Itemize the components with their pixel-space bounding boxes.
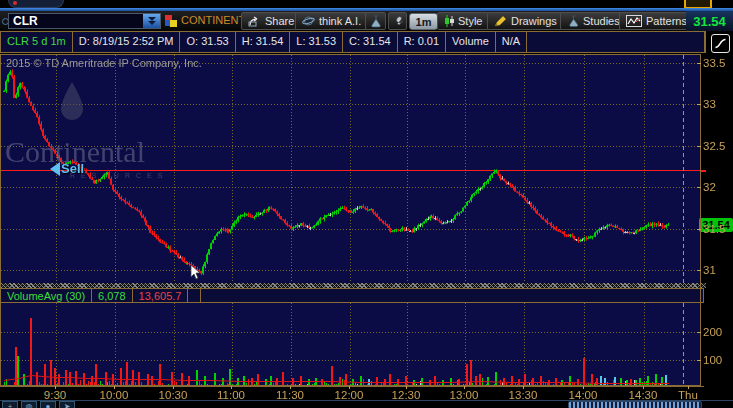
axis-tick: [697, 229, 701, 230]
share-button[interactable]: Share: [241, 12, 301, 30]
volume-canvas[interactable]: [1, 303, 701, 386]
time-axis-line: [0, 386, 704, 387]
drawings-label: Drawings: [511, 15, 557, 27]
share-icon: [248, 15, 261, 27]
bottom-icon-sphere[interactable]: ●: [40, 401, 56, 408]
axis-tick: [231, 386, 232, 389]
last-price-display: 31.54: [686, 11, 733, 31]
axis-tick: [583, 386, 584, 389]
candlestick-canvas[interactable]: [1, 55, 701, 283]
curve-tool-button[interactable]: [711, 34, 730, 53]
axis-tick: [697, 187, 701, 188]
volume-pane[interactable]: [1, 303, 701, 386]
price-axis-label: 31: [703, 264, 716, 276]
think-ai-button[interactable]: think A.I.: [295, 12, 368, 30]
axis-tick: [349, 386, 350, 389]
time-axis-label: 13:00: [450, 389, 479, 401]
data-cell: L: 31.53: [290, 32, 343, 52]
time-axis-label: 14:00: [569, 389, 598, 401]
style-label: Style: [458, 15, 482, 27]
axis-tick: [523, 386, 524, 389]
data-cell-filler: [188, 289, 201, 302]
data-cell: N/A: [496, 32, 527, 52]
studies-label: Studies: [583, 15, 620, 27]
data-cell: H: 31.54: [236, 32, 291, 52]
volume-study-header: VolumeAvg (30)6,07813,605.7: [0, 288, 704, 303]
price-axis-label: 33: [703, 98, 716, 110]
timeframe-label: 1m: [416, 16, 432, 28]
time-axis-label: Thu: [678, 389, 698, 401]
chart-toolbar: CLR CONTINENTAL RE... Share think A.I. 1…: [0, 11, 733, 31]
axis-tick: [643, 386, 644, 389]
patterns-icon: [626, 15, 642, 27]
axis-tick: [114, 386, 115, 389]
studies-flask-icon: [567, 15, 579, 27]
bottom-icon-add[interactable]: +: [2, 401, 18, 408]
data-cell: 6,078: [92, 289, 133, 302]
axis-tick: [697, 360, 701, 361]
axis-tick: [688, 386, 689, 389]
ohlc-data-row: CLR 5 d 1mD: 8/19/15 2:52 PMO: 31.53H: 3…: [0, 31, 706, 53]
axis-tick: [697, 332, 701, 333]
axis-tick: [464, 386, 465, 389]
sell-label: Sell: [61, 161, 84, 176]
symbol-value[interactable]: CLR: [9, 14, 143, 28]
bottom-icon-globe[interactable]: ◍: [21, 401, 37, 408]
color-link-icon[interactable]: [165, 15, 177, 27]
axis-tick: [697, 63, 701, 64]
volume-axis-label: 100: [703, 354, 722, 366]
axis-tick: [697, 104, 701, 105]
volume-axis[interactable]: [701, 303, 733, 386]
drawings-button[interactable]: Drawings: [487, 12, 564, 30]
data-cell: C: 31.54: [343, 32, 398, 52]
price-axis-label: 32.5: [703, 140, 725, 152]
bottom-icon-cursor[interactable]: ➤: [59, 401, 75, 408]
price-chart-pane[interactable]: [1, 55, 701, 283]
axis-tick: [173, 386, 174, 389]
horizontal-scrollbar[interactable]: [568, 401, 702, 408]
data-cell: CLR 5 d 1m: [1, 32, 73, 52]
symbol-input[interactable]: CLR: [8, 13, 161, 29]
volume-axis-label: 200: [703, 326, 722, 338]
sell-arrow-icon: [50, 162, 60, 176]
axis-tick: [55, 386, 56, 389]
axis-tick: [406, 386, 407, 389]
data-cell: Volume: [446, 32, 496, 52]
time-axis-label: 12:00: [335, 389, 364, 401]
time-axis-label: 11:30: [276, 389, 304, 401]
company-logo-droplet-icon: [57, 80, 87, 128]
data-cell: VolumeAvg (30): [1, 289, 92, 302]
mouse-cursor: [190, 265, 202, 281]
think-ai-label: think A.I.: [319, 15, 361, 27]
symbol-dropdown-button[interactable]: [143, 14, 160, 28]
data-cell-filler: [527, 32, 705, 52]
s-curve-icon: [714, 37, 727, 50]
chart-settings-button[interactable]: [388, 12, 407, 30]
flask-icon: [369, 15, 382, 28]
thinkorswim-chart-window: CLR CONTINENTAL RE... Share think A.I. 1…: [0, 0, 733, 408]
axis-tick: [697, 270, 701, 271]
data-cell: O: 31.53: [180, 32, 235, 52]
time-axis-label: 12:30: [392, 389, 421, 401]
quick-study-button[interactable]: [365, 12, 386, 30]
data-cell: R: 0.01: [398, 32, 446, 52]
pencil-icon: [494, 15, 507, 27]
axis-tick: [290, 386, 291, 389]
studies-button[interactable]: Studies: [560, 12, 627, 30]
time-axis-label: 11:00: [217, 389, 245, 401]
timeframe-button[interactable]: 1m: [409, 13, 438, 30]
alert-line-axis-tick: [700, 170, 706, 172]
style-button[interactable]: Style: [437, 12, 489, 30]
patterns-button[interactable]: Patterns: [619, 12, 694, 30]
sell-order-marker[interactable]: Sell: [50, 161, 84, 176]
bottom-toolbar-icons: + ◍ ● ➤: [2, 401, 75, 408]
time-axis-label: 9:30: [44, 389, 66, 401]
candlestick-style-icon: [444, 15, 454, 27]
time-axis-label: 14:30: [629, 389, 658, 401]
patterns-label: Patterns: [646, 15, 687, 27]
price-axis-label: 31.5: [703, 223, 725, 235]
think-ai-icon: [302, 15, 315, 27]
price-axis[interactable]: [701, 55, 733, 283]
axis-tick: [697, 146, 701, 147]
price-axis-label: 32: [703, 181, 716, 193]
